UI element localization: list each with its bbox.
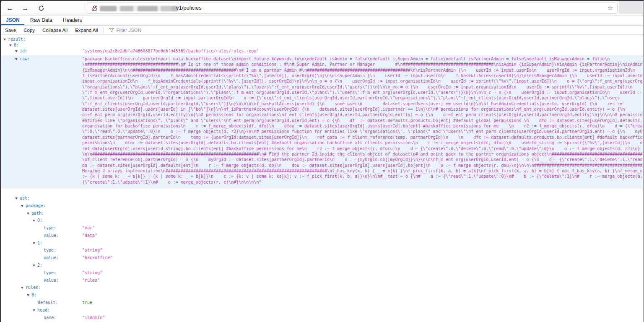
raw-line: input.organisationId\n f_hasAdminCredent…: [82, 78, 642, 84]
json-value: "string": [82, 247, 102, 254]
json-value: "var": [82, 224, 95, 232]
tab-raw-data[interactable]: Raw Data: [26, 16, 57, 24]
json-tree-row[interactable]: rules:: [1, 284, 643, 291]
filter-json-input[interactable]: [116, 27, 210, 33]
forward-icon: →: [22, 5, 29, 12]
tree-top-rows: result:0:id:"systems/ea2c8e2dbfa74860807…: [1, 36, 643, 54]
json-tree-row[interactable]: 1:: [1, 239, 643, 247]
twisty-icon[interactable]: [33, 265, 35, 267]
raw-line: dataset.sites[partnerOrgId].partnerId\n …: [82, 135, 642, 140]
json-key: id:: [20, 49, 27, 53]
raw-line: do := dataset.sites[userOrgId].defaults[…: [82, 163, 642, 168]
twisty-icon[interactable]: [21, 205, 23, 207]
json-value: "backoffice": [82, 254, 112, 262]
json-tree-row[interactable]: 0:: [1, 291, 643, 299]
json-tree-row[interactable]: value:"rules": [1, 277, 643, 284]
json-tree-row[interactable]: type:"string": [1, 269, 643, 277]
json-key: type:: [44, 226, 56, 230]
url-text: v1/policies: [176, 5, 202, 11]
raw-line: ref_data[userOrgId].users[userId_string]…: [82, 146, 642, 151]
json-value: "data": [82, 232, 97, 239]
json-tree-row[interactable]: name:"isAdmin": [1, 314, 643, 322]
filter-funnel-icon: [109, 28, 114, 33]
json-value: "isAdmin": [82, 314, 105, 322]
json-tree-row[interactable]: value:"backoffice": [1, 254, 643, 262]
json-key: value:: [44, 255, 59, 260]
raw-line: \n####################################\n…: [82, 62, 642, 67]
json-key: value:: [44, 278, 59, 283]
raw-line: entities like \"organisations\", \"plans…: [82, 118, 642, 123]
back-button[interactable]: ←: [5, 3, 16, 14]
json-tree-row[interactable]: 0:: [1, 217, 643, 224]
raw-line: \":f_m_ent_org(userOrgId,userId,\"organi…: [82, 90, 642, 95]
raw-line: \n\n####################################…: [82, 151, 642, 157]
json-key: result:: [8, 37, 26, 42]
raw-line: o:=f_ent_perm_org(userOrgId,userId,entit…: [82, 112, 642, 117]
raw-line: := {k | some k; _ = a[k]} | {k | some k;…: [82, 174, 642, 179]
raw-line: Merging 2 arrays implementation\n#######…: [82, 168, 642, 174]
json-key: head:: [37, 308, 50, 312]
raw-line: organisation for backoffice permissions\…: [82, 123, 642, 129]
tab-json[interactable]: JSON: [1, 16, 24, 25]
bookmark-star-icon[interactable]: ☆: [608, 4, 613, 12]
twisty-icon[interactable]: [21, 287, 23, 289]
json-key: rules:: [26, 285, 41, 290]
json-tree-row[interactable]: value:"data": [1, 232, 643, 239]
json-tree-row[interactable]: 2:: [1, 262, 643, 269]
twisty-icon[interactable]: [33, 242, 35, 244]
json-tree-row[interactable]: 0:: [1, 42, 643, 48]
browser-window: ← → v1/policies ☆ JSON Raw Data Headers …: [0, 0, 644, 322]
json-key: 1:: [37, 241, 42, 245]
redacted-url-segment: [100, 6, 178, 11]
json-key: value:: [44, 233, 59, 238]
json-tree-row[interactable]: result:: [1, 36, 643, 42]
insecure-lock-icon[interactable]: [91, 5, 98, 11]
json-tree-row-raw[interactable]: raw: "package backoffice.rules\n\nimport…: [1, 55, 643, 189]
json-tree: result:0:id:"systems/ea2c8e2dbfa74860807…: [1, 35, 643, 321]
url-bar[interactable]: v1/policies ☆: [87, 3, 618, 14]
json-value: "systems/ea2c8e2dbfa748608077be0d6fd4536…: [82, 48, 259, 54]
reload-icon: [38, 5, 44, 11]
raw-string-value: "package backoffice.rules\n\nimport data…: [82, 56, 642, 185]
json-tree-row[interactable]: type:"string": [1, 247, 643, 254]
twisty-icon[interactable]: [9, 44, 12, 47]
raw-line: f_isPartnerAccount(userOrgId)\n f_hasAdm…: [82, 73, 642, 78]
json-key: 2:: [37, 263, 42, 267]
twisty-icon[interactable]: [15, 58, 18, 60]
json-tree-row[interactable]: type:"var": [1, 224, 643, 232]
twisty-icon[interactable]: [15, 50, 18, 52]
raw-line: \":0,\"read\":0,\"update\":0}\n o := f_m…: [82, 129, 642, 134]
twisty-icon[interactable]: [15, 197, 18, 200]
forward-button[interactable]: →: [20, 3, 31, 14]
twisty-icon[interactable]: [3, 39, 6, 41]
expand-all-button[interactable]: Expand All: [71, 26, 101, 34]
json-tree-row[interactable]: default:true: [1, 299, 643, 306]
collapse-all-button[interactable]: Collapse All: [39, 26, 71, 34]
json-key: package:: [26, 203, 46, 208]
reload-button[interactable]: [36, 3, 47, 14]
twisty-icon[interactable]: [27, 213, 29, 215]
json-value: "rules": [82, 277, 100, 284]
json-key: raw:: [20, 57, 30, 61]
raw-line: permissions\n dfoc := dataset.sites[user…: [82, 140, 642, 145]
browser-navigation-bar: ← → v1/policies ☆: [1, 1, 643, 16]
raw-line: dataset.sites[userOrgId].users[userId] i…: [82, 106, 642, 112]
json-key: path:: [31, 211, 44, 216]
json-value: true: [82, 299, 92, 306]
copy-button[interactable]: Copy: [20, 26, 39, 34]
raw-line: {\"create\":1,\"udpate\":1}\n# o := merg…: [82, 179, 642, 185]
json-tree-row[interactable]: package:: [1, 202, 643, 210]
tab-headers[interactable]: Headers: [58, 16, 86, 24]
save-button[interactable]: Save: [1, 26, 20, 34]
twisty-icon[interactable]: [33, 220, 35, 222]
raw-line: \nf_client_reference(obj,partnerOrgId) =…: [82, 157, 642, 162]
json-tree-row[interactable]: head:: [1, 306, 643, 314]
json-tree-row[interactable]: ast:: [1, 195, 643, 202]
twisty-icon[interactable]: [27, 294, 29, 296]
json-tree-row[interactable]: id:"systems/ea2c8e2dbfa748608077be0d6fd4…: [1, 48, 643, 54]
json-tree-row[interactable]: path:: [1, 210, 643, 217]
json-key: ast:: [20, 196, 30, 200]
json-key: 0:: [37, 218, 42, 223]
twisty-icon[interactable]: [33, 309, 35, 312]
raw-line: {isManagerAdmin}\n\n####################…: [82, 68, 642, 73]
